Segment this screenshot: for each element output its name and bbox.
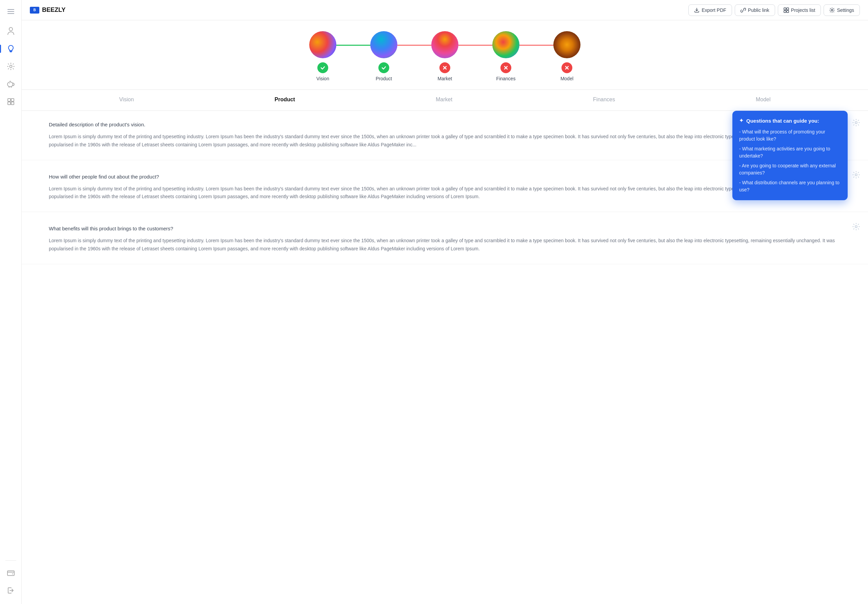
tab-vision[interactable]: Vision [108,90,144,110]
step-avatar-model [553,31,580,58]
step-status-finances [501,62,511,73]
step-label-market: Market [438,76,452,81]
section-3-gear-icon[interactable] [852,223,860,230]
section-1: Detailed description of the product's vi… [22,111,868,160]
sidebar-divider [5,560,16,561]
step-status-product [378,62,389,73]
tab-finances[interactable]: Finances [582,90,626,110]
svg-point-19 [831,9,833,11]
export-pdf-button[interactable]: Export PDF [688,5,732,16]
guide-icon: ✦ [739,117,744,124]
progress-steps: Vision Product [292,31,597,81]
step-model[interactable]: Model [536,31,597,81]
step-label-finances: Finances [496,76,516,81]
tabs: Vision Product Market Finances Model [49,90,841,110]
sidebar-item-bulb[interactable] [3,41,19,57]
sidebar-item-figure[interactable] [3,23,19,39]
tabs-section: Vision Product Market Finances Model [22,90,868,111]
sidebar-item-cog[interactable] [3,58,19,74]
section-2-text: Lorem Ipsum is simply dummy text of the … [49,185,841,201]
projects-list-label: Projects list [791,8,815,13]
step-status-model [561,62,572,73]
link-icon [741,8,746,13]
progress-section: Vision Product [22,20,868,90]
svg-rect-1 [8,11,14,12]
step-status-market [439,62,450,73]
svg-rect-4 [9,51,12,51]
guide-question-3: - Are you going to cooperate with any ex… [739,162,841,176]
header-actions: Export PDF Public link Projects list [688,5,860,16]
menu-icon[interactable] [5,5,17,18]
svg-rect-2 [8,13,14,14]
sidebar-item-logout[interactable] [3,582,19,599]
svg-point-3 [9,28,12,31]
svg-rect-16 [787,8,789,10]
sidebar-bottom [3,558,19,599]
step-avatar-market [431,31,459,58]
main-content: B BEEZLY Export PDF Public link [22,0,868,604]
content-area: Vision Product [22,20,868,604]
svg-point-6 [9,65,12,68]
section-3-text: Lorem Ipsum is simply dummy text of the … [49,237,841,253]
section-1-gear-icon[interactable] [852,119,860,127]
svg-rect-12 [11,102,14,105]
sidebar [0,0,22,604]
step-label-vision: Vision [316,76,329,81]
settings-icon [829,8,835,13]
guide-popup-questions: - What will the process of promoting you… [739,128,841,193]
step-vision[interactable]: Vision [292,31,353,81]
svg-rect-5 [10,51,11,52]
svg-rect-10 [11,99,14,101]
section-1-text: Lorem Ipsum is simply dummy text of the … [49,133,841,149]
section-3-question: What benefits will this product brings t… [49,226,841,232]
guide-question-4: - What distribution channels are you pla… [739,179,841,193]
svg-rect-17 [784,11,786,12]
section-1-question: Detailed description of the product's vi… [49,122,841,127]
export-pdf-label: Export PDF [702,8,726,13]
settings-button[interactable]: Settings [824,5,860,16]
header: B BEEZLY Export PDF Public link [22,0,868,20]
guide-popup-title: ✦ Questions that can guide you: [739,117,841,124]
guide-question-2: - What marketing activities are you goin… [739,145,841,159]
section-2-gear-icon[interactable] [852,171,860,179]
step-avatar-product [370,31,397,58]
svg-rect-18 [787,11,789,12]
sidebar-item-wallet[interactable] [3,565,19,581]
step-product[interactable]: Product [353,31,414,81]
grid-icon [784,8,789,13]
step-finances[interactable]: Finances [475,31,536,81]
svg-rect-0 [8,9,14,10]
app-name: BEEZLY [42,6,65,14]
svg-point-20 [855,122,857,124]
logo-icon: B [30,7,39,14]
svg-point-21 [855,174,857,176]
sidebar-nav [0,23,22,110]
svg-rect-9 [8,99,11,101]
export-icon [694,8,699,13]
settings-label: Settings [837,8,854,13]
sidebar-item-puzzle[interactable] [3,94,19,110]
step-label-model: Model [561,76,574,81]
logo: B BEEZLY [30,6,65,14]
svg-point-8 [9,83,10,84]
svg-rect-13 [8,571,14,576]
tab-market[interactable]: Market [425,90,463,110]
svg-rect-15 [784,8,786,10]
step-avatar-finances [492,31,519,58]
step-status-vision [317,62,328,73]
guide-popup: ✦ Questions that can guide you: - What w… [732,111,848,200]
projects-list-button[interactable]: Projects list [778,5,821,16]
section-3: What benefits will this product brings t… [22,215,868,264]
section-2-question: How will other people find out about the… [49,174,841,179]
public-link-label: Public link [748,8,769,13]
step-market[interactable]: Market [414,31,475,81]
step-label-product: Product [376,76,392,81]
svg-rect-11 [8,102,11,105]
public-link-button[interactable]: Public link [735,5,775,16]
guide-question-1: - What will the process of promoting you… [739,128,841,143]
svg-point-22 [855,226,857,228]
sidebar-item-piggy[interactable] [3,76,19,92]
tab-model[interactable]: Model [745,90,781,110]
tab-product[interactable]: Product [264,90,306,110]
svg-point-14 [12,573,13,575]
